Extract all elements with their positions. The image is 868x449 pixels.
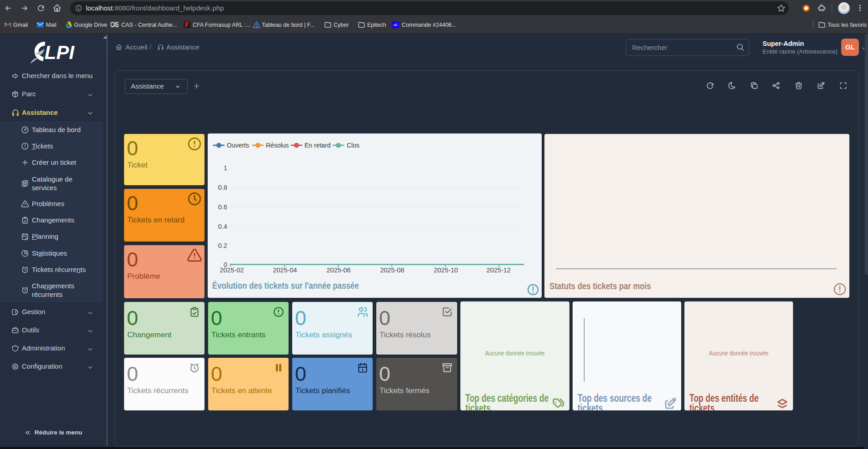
- svg-text:1: 1: [224, 164, 227, 172]
- svg-text:2025-06: 2025-06: [326, 266, 350, 274]
- svg-text:0.4: 0.4: [218, 223, 227, 230]
- svg-text:En retard: En retard: [304, 142, 331, 149]
- svg-text:0.2: 0.2: [218, 242, 227, 249]
- svg-text:0.6: 0.6: [218, 203, 227, 211]
- svg-text:2025-10: 2025-10: [434, 266, 458, 274]
- svg-text:Clos: Clos: [347, 142, 359, 149]
- svg-text:Ouverts: Ouverts: [227, 142, 249, 149]
- svg-text:2025-02: 2025-02: [219, 266, 244, 274]
- svg-text:Résolus: Résolus: [266, 142, 289, 149]
- svg-text:2025-12: 2025-12: [486, 266, 510, 274]
- svg-text:LPI: LPI: [45, 42, 75, 63]
- svg-text:2025-04: 2025-04: [273, 266, 297, 274]
- svg-text:2025-08: 2025-08: [380, 266, 404, 274]
- svg-text:0.8: 0.8: [218, 184, 227, 191]
